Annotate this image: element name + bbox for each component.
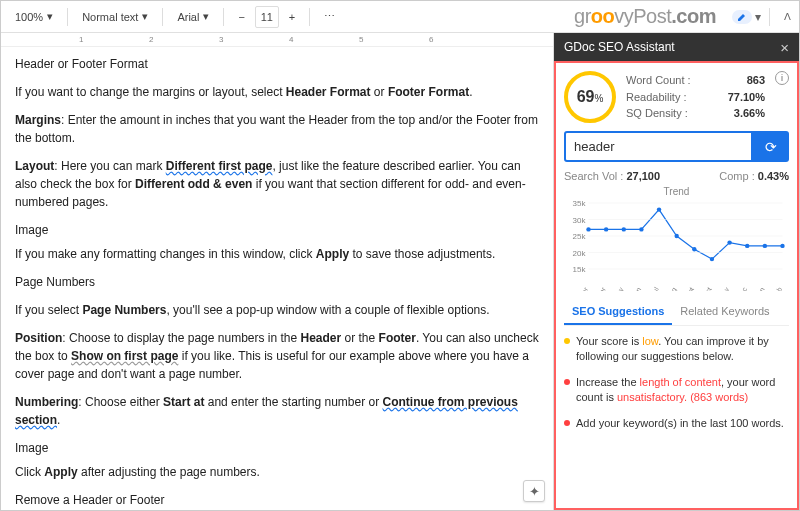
- font-select[interactable]: Arial▾: [171, 6, 215, 28]
- svg-text:Oct: Oct: [701, 286, 713, 291]
- trend-chart: 35k30k25k20k15kMarAprMayJunJulAugSeptOct…: [564, 199, 789, 291]
- list-item: Add your keyword(s) in the last 100 word…: [564, 416, 789, 431]
- svg-text:Aug: Aug: [665, 286, 678, 291]
- competition: Comp : 0.43%: [719, 170, 789, 182]
- close-icon[interactable]: ×: [780, 39, 789, 56]
- font-size-decrease[interactable]: −: [232, 6, 250, 28]
- font-size-increase[interactable]: +: [283, 6, 301, 28]
- svg-text:20k: 20k: [573, 249, 587, 258]
- tab-seo-suggestions[interactable]: SEO Suggestions: [564, 299, 672, 325]
- svg-text:Jan: Jan: [754, 286, 766, 291]
- svg-text:30k: 30k: [573, 216, 587, 225]
- svg-point-20: [674, 234, 678, 238]
- svg-point-10: [586, 227, 590, 231]
- svg-point-28: [745, 244, 749, 248]
- list-item: Your score is low. You can improve it by…: [564, 334, 789, 365]
- svg-text:Dec: Dec: [736, 286, 749, 291]
- svg-text:Nov: Nov: [718, 286, 731, 291]
- svg-point-18: [657, 207, 661, 211]
- sidebar-header: GDoc SEO Assistant ×: [554, 33, 799, 61]
- explore-button[interactable]: ✦: [523, 480, 545, 502]
- trend-label: Trend: [564, 186, 789, 197]
- svg-point-30: [763, 244, 767, 248]
- svg-text:15k: 15k: [573, 265, 587, 274]
- heading: Header or Footer Format: [15, 55, 539, 73]
- svg-text:May: May: [612, 286, 626, 291]
- document-area: 123456 Header or Footer Format If you wa…: [1, 33, 554, 510]
- style-select[interactable]: Normal text▾: [76, 6, 154, 28]
- svg-text:35k: 35k: [573, 199, 587, 208]
- info-icon[interactable]: i: [775, 71, 789, 85]
- svg-point-32: [780, 244, 784, 248]
- toolbar: 100%▾ Normal text▾ Arial▾ − 11 + ⋯ groov…: [1, 1, 799, 33]
- search-volume: Search Vol : 27,100: [564, 170, 660, 182]
- svg-text:Jul: Jul: [649, 286, 660, 291]
- tab-related-keywords[interactable]: Related Keywords: [672, 299, 777, 325]
- document-body[interactable]: Header or Footer Format If you want to c…: [1, 47, 553, 510]
- collapse-toolbar-icon[interactable]: ᐱ: [784, 11, 791, 22]
- more-format-icon[interactable]: ⋯: [318, 6, 341, 28]
- svg-text:Jun: Jun: [631, 286, 643, 291]
- svg-point-26: [727, 240, 731, 244]
- svg-point-12: [604, 227, 608, 231]
- svg-text:25k: 25k: [573, 232, 587, 241]
- font-size-input[interactable]: 11: [255, 6, 279, 28]
- svg-text:Apr: Apr: [595, 285, 608, 291]
- ruler[interactable]: 123456: [1, 33, 553, 47]
- svg-text:Feb: Feb: [771, 286, 783, 291]
- zoom-select[interactable]: 100%▾: [9, 6, 59, 28]
- refresh-button[interactable]: ⟳: [753, 131, 789, 162]
- svg-text:Mar: Mar: [577, 285, 589, 291]
- seo-metrics: Word Count :863 Readability :77.10% SQ D…: [626, 72, 765, 122]
- svg-text:Sept: Sept: [682, 286, 696, 291]
- seo-score: 69%: [564, 71, 616, 123]
- watermark-logo: groovyPost.com: [574, 5, 716, 28]
- svg-point-24: [710, 257, 714, 261]
- svg-point-22: [692, 247, 696, 251]
- suggestions-list: Your score is low. You can improve it by…: [564, 334, 789, 431]
- seo-sidebar: GDoc SEO Assistant × 69% Word Count :863…: [554, 33, 799, 510]
- svg-point-16: [639, 227, 643, 231]
- editing-mode-button[interactable]: ▾: [732, 10, 761, 24]
- list-item: Increase the length of content, your wor…: [564, 375, 789, 406]
- keyword-input[interactable]: [564, 131, 753, 162]
- svg-point-14: [622, 227, 626, 231]
